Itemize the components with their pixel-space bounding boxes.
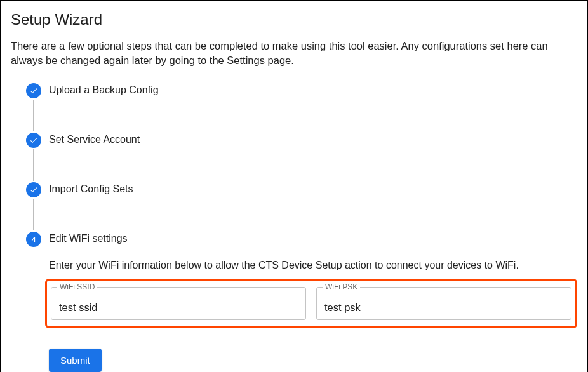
page-title: Setup Wizard: [11, 11, 577, 29]
step-connector: [33, 100, 34, 131]
wifi-instruction: Enter your WiFi information below to all…: [49, 260, 577, 271]
step-label[interactable]: Edit WiFi settings: [49, 233, 577, 244]
step-import-config-sets: Import Config Sets: [26, 182, 577, 232]
stepper: Upload a Backup Config Set Service Accou…: [11, 83, 577, 372]
step-connector: [33, 199, 34, 230]
page-description: There are a few optional steps that can …: [11, 39, 577, 68]
wifi-ssid-field: WiFi SSID: [51, 287, 306, 320]
submit-button[interactable]: Submit: [49, 349, 102, 372]
wifi-psk-field: WiFi PSK: [316, 287, 571, 320]
check-icon: [26, 133, 41, 148]
wifi-form-highlight: WiFi SSID WiFi PSK: [45, 279, 577, 328]
step-edit-wifi-settings: 4 Edit WiFi settings Enter your WiFi inf…: [26, 232, 577, 372]
check-icon: [26, 182, 41, 197]
wifi-ssid-label: WiFi SSID: [57, 282, 97, 291]
step-label[interactable]: Import Config Sets: [49, 183, 577, 195]
step-number-icon: 4: [26, 232, 41, 247]
step-connector: [33, 149, 34, 181]
wifi-ssid-input[interactable]: [51, 287, 306, 320]
wifi-psk-label: WiFi PSK: [323, 282, 360, 291]
step-label[interactable]: Set Service Account: [49, 134, 577, 145]
step-set-service-account: Set Service Account: [26, 133, 577, 182]
check-icon: [26, 83, 41, 98]
step-label[interactable]: Upload a Backup Config: [49, 84, 577, 96]
wifi-psk-input[interactable]: [316, 287, 571, 320]
step-upload-backup-config: Upload a Backup Config: [26, 83, 577, 133]
